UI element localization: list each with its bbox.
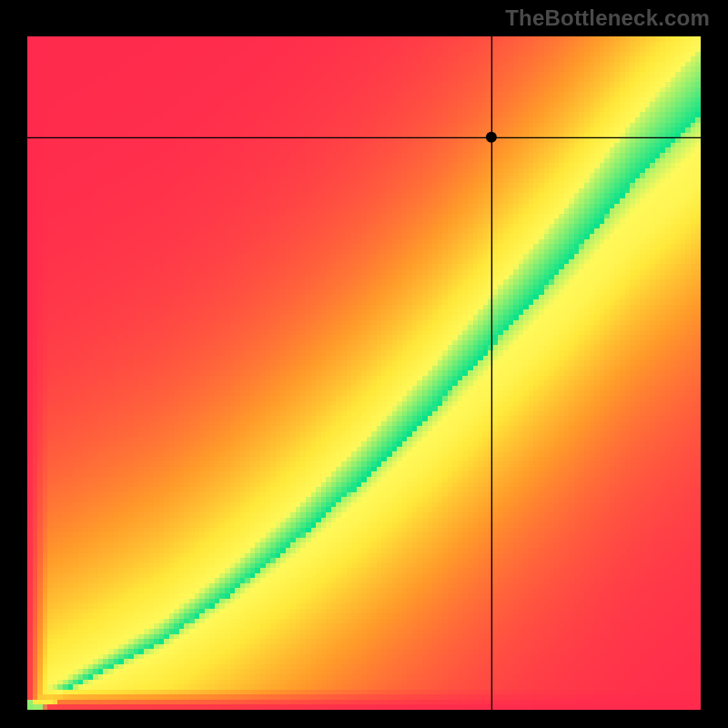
- chart-frame: TheBottleneck.com: [0, 0, 728, 728]
- bottleneck-heatmap: [27, 36, 701, 710]
- plot-area: [27, 36, 701, 710]
- watermark-text: TheBottleneck.com: [505, 5, 710, 31]
